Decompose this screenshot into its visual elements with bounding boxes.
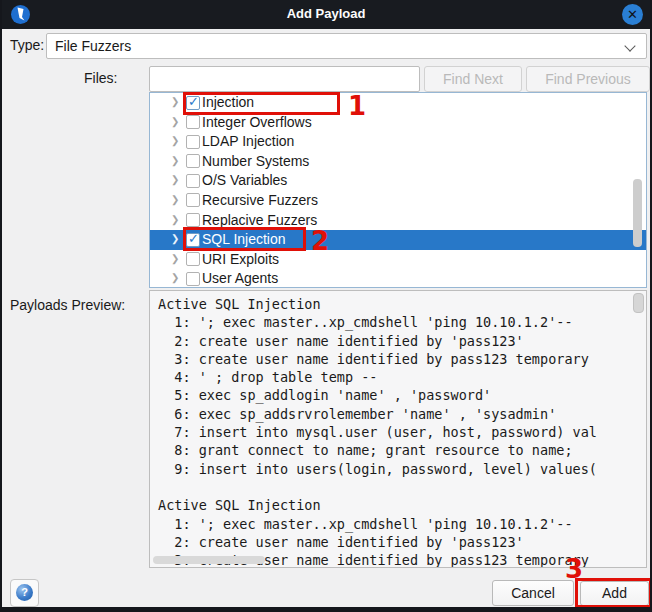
tree-item-label: User Agents bbox=[202, 270, 278, 286]
expand-chevron-icon[interactable]: ❯ bbox=[171, 174, 183, 185]
tree-row-recursive-fuzzers[interactable]: ❯Recursive Fuzzers bbox=[150, 191, 646, 211]
tree-item-label: Number Systems bbox=[202, 153, 309, 169]
tree-row-uri-exploits[interactable]: ❯URI Exploits bbox=[150, 250, 646, 270]
add-button[interactable]: Add bbox=[580, 581, 649, 606]
checkbox-unchecked[interactable] bbox=[186, 252, 200, 266]
files-label: Files: bbox=[84, 70, 117, 86]
expand-chevron-icon[interactable]: ❯ bbox=[171, 96, 183, 107]
tree-row-user-agents[interactable]: ❯User Agents bbox=[150, 269, 646, 288]
tree-item-label: Replacive Fuzzers bbox=[202, 212, 317, 228]
type-dropdown-value: File Fuzzers bbox=[55, 38, 131, 54]
tree-item-label: URI Exploits bbox=[202, 251, 279, 267]
titlebar: Add Payload ✕ bbox=[0, 0, 652, 29]
dialog-title: Add Payload bbox=[0, 6, 652, 21]
add-payload-dialog: Add Payload ✕ Type: File Fuzzers Files: … bbox=[0, 0, 652, 612]
close-icon[interactable]: ✕ bbox=[622, 4, 643, 25]
type-label: Type: bbox=[10, 37, 44, 53]
payloads-preview-box: Active SQL Injection 1: '; exec master..… bbox=[149, 290, 647, 568]
preview-vertical-scrollbar[interactable] bbox=[633, 293, 644, 313]
tree-row-injection[interactable]: ❯✓Injection bbox=[150, 93, 646, 113]
checkbox-checked[interactable]: ✓ bbox=[186, 96, 200, 110]
chevron-down-icon bbox=[624, 40, 635, 51]
tree-row-replacive-fuzzers[interactable]: ❯Replacive Fuzzers bbox=[150, 211, 646, 231]
find-previous-button[interactable]: Find Previous bbox=[526, 66, 650, 92]
checkbox-unchecked[interactable] bbox=[186, 272, 200, 286]
tree-row-o-s-variables[interactable]: ❯O/S Variables bbox=[150, 171, 646, 191]
expand-chevron-icon[interactable]: ❯ bbox=[171, 233, 183, 244]
checkbox-unchecked[interactable] bbox=[186, 174, 200, 188]
checkbox-unchecked[interactable] bbox=[186, 135, 200, 149]
tree-row-number-systems[interactable]: ❯Number Systems bbox=[150, 152, 646, 172]
tree-vertical-scrollbar[interactable] bbox=[633, 179, 642, 247]
help-icon: ? bbox=[16, 584, 33, 601]
expand-chevron-icon[interactable]: ❯ bbox=[171, 214, 183, 225]
payloads-preview-label: Payloads Preview: bbox=[10, 297, 125, 313]
tree-item-label: Integer Overflows bbox=[202, 114, 312, 130]
files-search-input[interactable] bbox=[149, 66, 420, 92]
tree-item-label: Recursive Fuzzers bbox=[202, 192, 318, 208]
expand-chevron-icon[interactable]: ❯ bbox=[171, 194, 183, 205]
type-dropdown[interactable]: File Fuzzers bbox=[46, 33, 647, 59]
tree-item-label: LDAP Injection bbox=[202, 133, 294, 149]
expand-chevron-icon[interactable]: ❯ bbox=[171, 272, 183, 283]
checkbox-unchecked[interactable] bbox=[186, 193, 200, 207]
fuzzer-tree: ❯✓Injection❯Integer Overflows❯LDAP Injec… bbox=[149, 92, 647, 288]
find-next-button[interactable]: Find Next bbox=[424, 66, 522, 92]
expand-chevron-icon[interactable]: ❯ bbox=[171, 135, 183, 146]
cancel-button[interactable]: Cancel bbox=[492, 580, 574, 606]
expand-chevron-icon[interactable]: ❯ bbox=[171, 253, 183, 264]
checkbox-checked[interactable]: ✓ bbox=[186, 233, 200, 247]
checkbox-unchecked[interactable] bbox=[186, 213, 200, 227]
tree-item-label: Injection bbox=[202, 94, 254, 110]
preview-horizontal-scrollbar[interactable] bbox=[153, 556, 265, 564]
tree-row-integer-overflows[interactable]: ❯Integer Overflows bbox=[150, 113, 646, 133]
help-button[interactable]: ? bbox=[10, 579, 39, 607]
checkmark-icon: ✓ bbox=[188, 231, 199, 246]
tree-item-label: SQL Injection bbox=[202, 231, 286, 247]
tree-row-ldap-injection[interactable]: ❯LDAP Injection bbox=[150, 132, 646, 152]
checkbox-unchecked[interactable] bbox=[186, 154, 200, 168]
checkmark-icon: ✓ bbox=[188, 94, 199, 109]
tree-row-sql-injection[interactable]: ❯✓SQL Injection bbox=[150, 230, 646, 250]
payloads-preview-text: Active SQL Injection 1: '; exec master..… bbox=[150, 291, 646, 568]
tree-item-label: O/S Variables bbox=[202, 172, 287, 188]
checkbox-unchecked[interactable] bbox=[186, 115, 200, 129]
expand-chevron-icon[interactable]: ❯ bbox=[171, 155, 183, 166]
expand-chevron-icon[interactable]: ❯ bbox=[171, 116, 183, 127]
